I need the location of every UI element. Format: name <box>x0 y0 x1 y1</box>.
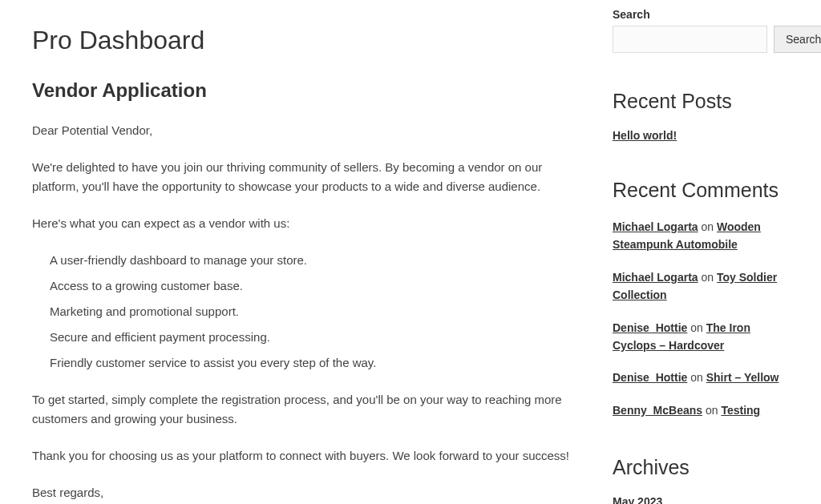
on-text: on <box>702 404 721 417</box>
comment-author-link[interactable]: Michael Logarta <box>613 271 698 284</box>
comment-author-link[interactable]: Michael Logarta <box>613 220 698 233</box>
main-content: Pro Dashboard Vendor Application Dear Po… <box>32 8 613 504</box>
comments-list: Michael Logarta on Wooden Steampunk Auto… <box>613 218 789 419</box>
vendor-regards: Best regards, <box>32 483 572 502</box>
recent-posts-widget: Recent Posts Hello world! <box>613 90 789 142</box>
comment-author-link[interactable]: Denise_Hottie <box>613 321 687 334</box>
vendor-thanks: Thank you for choosing us as your platfo… <box>32 446 572 466</box>
list-item: Secure and efficient payment processing. <box>50 328 572 347</box>
comment-author-link[interactable]: Benny_McBeans <box>613 404 702 417</box>
comment-author-link[interactable]: Denise_Hottie <box>613 371 687 384</box>
vendor-expect-lead: Here's what you can expect as a vendor w… <box>32 214 572 233</box>
list-item: A user-friendly dashboard to manage your… <box>50 251 572 270</box>
vendor-intro: We're delighted to have you join our thr… <box>32 158 572 196</box>
vendor-heading: Vendor Application <box>32 79 572 102</box>
archives-widget: Archives May 2023 <box>613 456 789 504</box>
recent-comments-heading: Recent Comments <box>613 179 789 202</box>
comment-target-link[interactable]: Testing <box>721 404 760 417</box>
recent-post-link[interactable]: Hello world! <box>613 129 789 142</box>
on-text: on <box>687 371 706 384</box>
vendor-greeting: Dear Potential Vendor, <box>32 121 572 140</box>
vendor-benefits-list: A user-friendly dashboard to manage your… <box>32 251 572 373</box>
search-label: Search <box>613 8 789 21</box>
search-input[interactable] <box>613 26 767 53</box>
comment-item: Benny_McBeans on Testing <box>613 401 789 419</box>
comment-item: Denise_Hottie on Shirt – Yellow <box>613 369 789 386</box>
comment-target-link[interactable]: Shirt – Yellow <box>706 371 779 384</box>
on-text: on <box>698 271 717 284</box>
page-title: Pro Dashboard <box>32 26 572 55</box>
recent-posts-heading: Recent Posts <box>613 90 789 113</box>
on-text: on <box>698 220 717 233</box>
list-item: Friendly customer service to assist you … <box>50 353 572 373</box>
recent-comments-widget: Recent Comments Michael Logarta on Woode… <box>613 179 789 419</box>
archive-link[interactable]: May 2023 <box>613 495 789 504</box>
search-button[interactable]: Search <box>774 26 821 53</box>
comment-item: Michael Logarta on Wooden Steampunk Auto… <box>613 218 789 254</box>
on-text: on <box>687 321 706 334</box>
search-row: Search <box>613 26 789 53</box>
sidebar: Search Search Recent Posts Hello world! … <box>613 8 789 504</box>
search-widget: Search Search <box>613 8 789 53</box>
comment-item: Michael Logarta on Toy Soldier Collectio… <box>613 268 789 304</box>
list-item: Marketing and promotional support. <box>50 302 572 321</box>
archives-heading: Archives <box>613 456 789 479</box>
vendor-get-started: To get started, simply complete the regi… <box>32 390 572 429</box>
list-item: Access to a growing customer base. <box>50 276 572 296</box>
comment-item: Denise_Hottie on The Iron Cyclops – Hard… <box>613 319 789 355</box>
